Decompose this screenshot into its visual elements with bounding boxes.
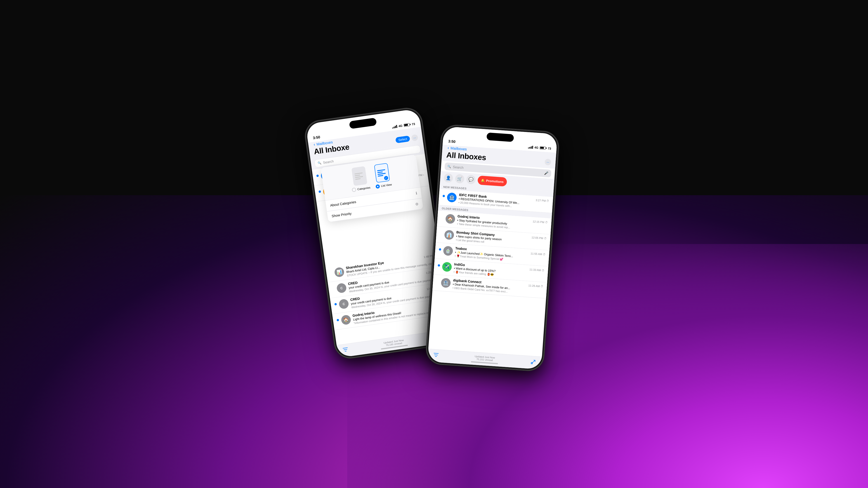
left-unread-dot-1 <box>316 174 319 177</box>
right-chip-cart[interactable]: 🛒 <box>455 174 465 184</box>
left-unread-count: 79,195 Unread <box>349 336 439 352</box>
right-avatar-old-2: 👔 <box>444 230 454 240</box>
left-status-icons: 4G 73 <box>392 122 415 129</box>
right-more-button[interactable]: ··· <box>545 159 551 165</box>
left-avatar-6: 🏠 <box>341 315 351 325</box>
right-time-old-4: 11:33 AM ⏱ <box>529 268 545 272</box>
right-battery-pct: 73 <box>548 147 551 150</box>
left-time: 3:50 <box>313 135 320 140</box>
svg-rect-6 <box>435 356 437 357</box>
right-iphone-screen: 3:50 4G <box>428 126 558 369</box>
right-unread-dot-old-3 <box>439 248 441 251</box>
right-avatar-icon-old-1: 🏠 <box>447 216 454 222</box>
right-chip-person[interactable]: 👤 <box>443 173 453 183</box>
svg-rect-1 <box>344 349 347 350</box>
left-categories-preview <box>351 166 368 186</box>
left-toolbar-buttons: Select ··· <box>395 134 418 143</box>
right-time-new-1: 3:27 PM ⏱ <box>535 198 549 202</box>
left-categories-label: Categories <box>357 186 370 191</box>
svg-rect-5 <box>434 355 438 355</box>
right-back-icon <box>447 147 450 150</box>
right-avatar-new-1: 🏦 <box>447 193 457 203</box>
right-time-old-5: 11:26 AM ⏱ <box>528 284 544 288</box>
right-network-label: 4G <box>534 146 538 149</box>
right-battery-icon <box>539 146 547 150</box>
right-signal-icon <box>528 145 533 149</box>
left-about-categories-icon: ℹ <box>415 191 417 195</box>
left-battery-pct: 73 <box>412 122 415 126</box>
right-avatar-old-4: ✈️ <box>442 262 452 272</box>
right-chip-chat[interactable]: 💬 <box>466 175 476 184</box>
right-iphone-frame: 3:50 4G <box>426 124 559 371</box>
left-avatar-5: C <box>338 299 349 309</box>
left-show-priority-label: Show Priority <box>331 212 352 218</box>
right-no-dot-old-5 <box>437 277 439 277</box>
left-search-icon: 🔍 <box>317 161 321 165</box>
left-more-button[interactable]: ··· <box>411 134 418 141</box>
left-avatar-icon-6: 🏠 <box>343 317 349 323</box>
right-avatar-icon-old-4: ✈️ <box>444 264 450 270</box>
left-no-dot-4 <box>332 284 334 284</box>
left-unread-dot-6 <box>337 319 339 321</box>
right-no-dot-old-2 <box>440 229 442 229</box>
left-categories-radio <box>352 188 356 192</box>
right-older-email-list: 🏠 Godrej Interio 12:15 PM ⏱ • Stay hydra… <box>432 210 552 298</box>
right-avatar-old-1: 🏠 <box>445 214 456 224</box>
left-bottom-info: Updated Just Now 79,195 Unread <box>348 334 439 352</box>
left-listview-label: List View <box>381 183 392 188</box>
left-signal-icon <box>392 125 397 128</box>
left-avatar-icon-3: 📊 <box>336 269 342 275</box>
right-avatar-icon-old-5: 🏦 <box>443 280 449 286</box>
right-unread-dot-new-1 <box>442 195 445 197</box>
left-dropdown-listview[interactable]: ✓ List View <box>373 163 392 189</box>
left-back-icon <box>313 143 316 147</box>
right-search-icon: 🔍 <box>447 165 451 168</box>
svg-rect-4 <box>434 353 438 354</box>
right-bottom-bar: Updated Just Now 70,151 Unread <box>428 349 542 369</box>
right-back-label: Mailboxes <box>450 146 467 151</box>
right-time-old-3: 11:55 AM ⏱ <box>530 252 546 256</box>
left-battery-icon <box>403 123 411 127</box>
left-select-button[interactable]: Select <box>395 135 410 143</box>
right-compose-icon <box>531 359 536 364</box>
left-dropdown-categories[interactable]: Categories <box>349 166 371 192</box>
right-promotions-icon: 🔔 <box>481 178 485 182</box>
left-unread-dot-5 <box>334 303 337 305</box>
right-time-old-2: 12:05 PM ⏱ <box>531 236 547 240</box>
right-chip-promotions[interactable]: 🔔 Promotions <box>477 175 507 187</box>
right-sender-old-3: Teabox <box>455 246 467 251</box>
right-promotions-label: Promotions <box>486 179 504 184</box>
right-avatar-old-3: 🍵 <box>443 246 453 256</box>
left-categories-radio-row: Categories <box>352 186 371 192</box>
right-time: 3:50 <box>448 139 456 144</box>
right-status-icons: 4G 73 <box>528 145 551 150</box>
right-sender-old-4: IndiGo <box>454 262 465 267</box>
right-filter-button[interactable] <box>432 351 440 359</box>
left-listview-radio <box>375 184 380 189</box>
right-compose-button[interactable] <box>530 358 537 365</box>
scene: 3:50 4G <box>0 0 868 488</box>
left-avatar-text-5: C <box>342 302 345 306</box>
left-about-categories-label: About Categories <box>330 200 356 207</box>
left-avatar-text-4: C <box>340 286 343 290</box>
left-filter-button[interactable] <box>341 346 349 354</box>
right-unread-dot-old-4 <box>438 264 440 267</box>
right-filter-icon <box>433 353 438 357</box>
left-filter-icon <box>343 347 348 352</box>
right-avatar-icon-new-1: 🏦 <box>449 195 455 200</box>
svg-rect-2 <box>345 351 346 352</box>
right-mic-icon[interactable]: 🎤 <box>544 171 549 175</box>
left-listview-preview: ✓ <box>374 163 390 183</box>
right-avatar-icon-old-2: 👔 <box>446 232 452 238</box>
left-show-priority-icon: ⚙ <box>415 202 419 206</box>
right-avatar-icon-old-3: 🍵 <box>445 248 451 254</box>
left-unread-dot-2 <box>318 191 321 193</box>
svg-rect-0 <box>343 348 348 349</box>
left-avatar-4: C <box>336 283 347 293</box>
right-time-old-1: 12:15 PM ⏱ <box>532 220 548 224</box>
left-listview-radio-row: List View <box>375 183 392 189</box>
left-network-label: 4G <box>398 124 403 128</box>
right-phone-wrapper: 3:50 4G <box>426 124 559 371</box>
left-avatar-3: 📊 <box>334 267 344 278</box>
right-avatar-old-5: 🏦 <box>441 278 451 288</box>
